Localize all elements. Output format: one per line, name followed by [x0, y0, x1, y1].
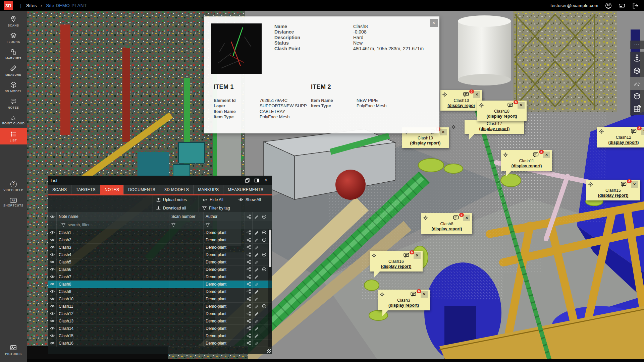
row-share-icon[interactable] [245, 281, 253, 288]
row-visibility-icon[interactable] [48, 244, 57, 251]
sidebar-item-scans[interactable]: SCANS [0, 13, 27, 29]
row-visibility-icon[interactable] [48, 281, 57, 288]
note-close-button[interactable]: × [518, 102, 525, 109]
row-edit-icon[interactable] [253, 325, 260, 332]
popout-icon[interactable] [244, 177, 250, 183]
note-close-button[interactable]: × [414, 252, 421, 259]
author-column-header[interactable]: Author [204, 212, 245, 221]
sidebar-item-3d-model[interactable]: 3D MODEL [0, 79, 27, 95]
note-name-column-header[interactable]: Note name [57, 212, 169, 221]
note-table-row[interactable]: Clash8 Demo-plant [48, 281, 272, 288]
panel-tab[interactable]: DOCUMENTS [124, 185, 160, 194]
note-table-row[interactable]: Clash12 Demo-plant [48, 310, 272, 317]
model-toggle-button[interactable] [630, 90, 644, 103]
row-share-icon[interactable] [245, 236, 253, 243]
note-close-button[interactable]: × [440, 129, 447, 135]
panel-scrollbar[interactable] [268, 229, 272, 347]
resize-handle[interactable] [267, 349, 271, 353]
row-visibility-icon[interactable] [48, 303, 57, 310]
row-comment-icon[interactable] [260, 273, 268, 280]
author-filter-input[interactable] [204, 221, 245, 229]
row-edit-icon[interactable] [253, 258, 260, 265]
row-edit-icon[interactable] [253, 310, 260, 317]
name-search-input[interactable]: search, filter... [57, 221, 169, 229]
scan-number-column-header[interactable]: Scan number [169, 212, 204, 221]
note-table-row[interactable]: Clash4 Demo-plant [48, 251, 272, 258]
more-tools-button[interactable]: ⋯ [630, 41, 644, 49]
sidebar-item-floors[interactable]: FLOORS [0, 29, 27, 46]
clash-note[interactable]: × Clash17 (display report) [465, 120, 524, 134]
note-comment-icon[interactable]: 0 [411, 292, 418, 297]
clash-note[interactable]: 0 × Clash8 (display report) [421, 213, 472, 234]
row-edit-icon[interactable] [253, 273, 260, 280]
filter-by-tag-button[interactable]: Filter by tag [199, 204, 269, 212]
row-visibility-icon[interactable] [48, 288, 57, 295]
note-table-row[interactable]: Clash6 Demo-plant [48, 266, 272, 273]
note-table-row[interactable]: Clash11 Demo-plant [48, 303, 272, 310]
row-comment-icon[interactable] [260, 332, 268, 339]
sidebar-item-notes[interactable]: NOTES [0, 95, 27, 112]
row-visibility-icon[interactable] [48, 295, 57, 302]
display-report-link[interactable]: (display report) [410, 141, 441, 145]
popup-close-button[interactable]: × [430, 19, 438, 27]
display-report-link[interactable]: (display repor [447, 103, 475, 108]
row-share-icon[interactable] [245, 244, 253, 251]
row-comment-icon[interactable] [260, 236, 268, 243]
walk-mode-button[interactable] [630, 52, 644, 64]
row-comment-icon[interactable] [260, 303, 268, 310]
row-share-icon[interactable] [245, 310, 253, 317]
row-share-icon[interactable] [245, 288, 253, 295]
row-edit-icon[interactable] [253, 236, 260, 243]
note-comment-icon[interactable]: 2 [533, 152, 540, 158]
display-report-link[interactable]: (display report) [487, 114, 517, 119]
note-table-row[interactable]: Clash7 Demo-plant [48, 273, 272, 281]
panel-tab[interactable]: TARGETS [71, 185, 100, 194]
note-table-row[interactable]: Clash14 Demo-plant [48, 325, 272, 332]
row-comment-icon[interactable] [260, 229, 268, 236]
row-edit-icon[interactable] [253, 332, 260, 339]
storage-icon[interactable] [619, 2, 625, 9]
note-comment-icon[interactable]: 0 [507, 103, 515, 108]
row-visibility-icon[interactable] [48, 251, 57, 258]
grid-toggle-button[interactable] [630, 103, 644, 115]
row-edit-icon[interactable] [253, 288, 260, 295]
row-share-icon[interactable] [245, 317, 253, 324]
note-comment-icon[interactable]: 0 [463, 92, 471, 97]
sidebar-item-list[interactable]: LIST [0, 128, 27, 144]
sidebar-item-pictures[interactable]: PICTURES [0, 342, 27, 358]
note-close-button[interactable]: × [631, 181, 638, 188]
panel-titlebar[interactable]: List × [48, 176, 272, 185]
row-visibility-icon[interactable] [48, 258, 57, 265]
breadcrumb-current-site[interactable]: Site DEMO-PLANT [46, 3, 87, 8]
row-edit-icon[interactable] [253, 229, 260, 236]
sidebar-item-point-cloud[interactable]: POINT CLOUD [0, 112, 27, 128]
note-close-button[interactable]: × [421, 291, 428, 298]
panel-tab[interactable]: MEASUREMENTS [223, 185, 268, 194]
note-comment-icon[interactable]: 0 [631, 129, 638, 134]
panel-tab[interactable]: 3D MODELS [160, 185, 194, 194]
upload-notes-button[interactable]: Upload notes [153, 195, 199, 204]
note-close-button[interactable]: × [473, 91, 480, 98]
row-edit-icon[interactable] [253, 340, 260, 347]
row-comment-icon[interactable] [260, 244, 268, 251]
row-comment-icon[interactable] [260, 266, 268, 273]
scan-filter-input[interactable] [169, 221, 204, 229]
row-comment-icon[interactable] [260, 281, 268, 288]
row-share-icon[interactable] [245, 229, 253, 236]
note-comment-icon[interactable]: 0 [404, 253, 411, 258]
row-share-icon[interactable] [245, 340, 253, 347]
row-edit-icon[interactable] [253, 295, 260, 302]
row-comment-icon[interactable] [260, 258, 268, 265]
row-visibility-icon[interactable] [48, 273, 57, 280]
visibility-column-header[interactable] [48, 212, 57, 221]
account-icon[interactable] [605, 2, 612, 9]
note-table-row[interactable]: Clash13 Demo-plant [48, 317, 272, 325]
clash-note[interactable]: 0 × Clash12 (display report) [597, 127, 644, 147]
row-comment-icon[interactable] [260, 295, 268, 302]
panel-tab[interactable]: SCANS [48, 185, 71, 194]
row-visibility-icon[interactable] [48, 332, 57, 339]
row-comment-icon[interactable] [260, 325, 268, 332]
clash-note[interactable]: 0 × Clash13 (display repor [440, 90, 482, 111]
point-cloud-toggle-button[interactable] [630, 77, 644, 90]
panel-tab[interactable]: NOTES [100, 185, 124, 194]
